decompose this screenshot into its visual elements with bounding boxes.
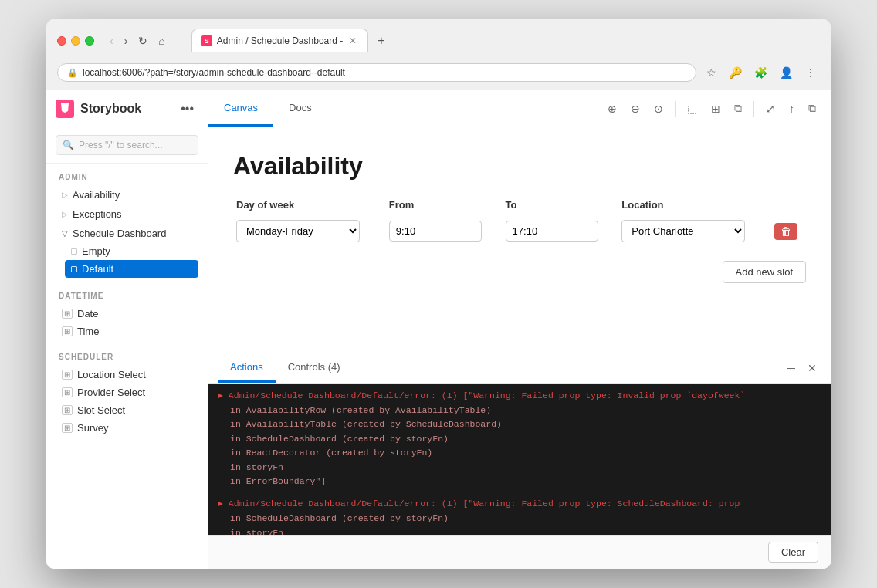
sidebar-item-availability[interactable]: ▷ Availability: [56, 186, 198, 204]
bottom-tabs: Actions Controls (4) ─ ✕: [208, 353, 831, 384]
grid-icon-survey: ⊞: [62, 423, 73, 433]
admin-section-label: ADMIN: [56, 170, 198, 186]
search-placeholder: Press "/" to search...: [79, 140, 163, 150]
copy-link-button[interactable]: ⧉: [803, 98, 821, 119]
browser-actions: ☆ 🔑 🧩 👤 ⋮: [703, 64, 820, 81]
sidebar-section-scheduler: SCHEDULER ⊞ Location Select ⊞ Provider S…: [46, 343, 208, 440]
expand-button[interactable]: ⤢: [760, 99, 780, 119]
maximize-traffic-light[interactable]: [85, 36, 94, 46]
sidebar-search: 🔍 Press "/" to search...: [46, 127, 208, 164]
from-time-input[interactable]: [389, 221, 482, 242]
default-label: Default: [82, 263, 113, 275]
grid-button[interactable]: ⊞: [706, 99, 726, 119]
chevron-down-icon: ▽: [62, 229, 68, 238]
page-title: Availability: [233, 152, 806, 181]
availability-row: Monday-Friday Monday Tuesday Wednesday T…: [233, 217, 806, 245]
sidebar-item-location-select[interactable]: ⊞ Location Select: [56, 366, 198, 384]
delete-slot-button[interactable]: 🗑: [774, 223, 797, 240]
profile-button[interactable]: 👤: [776, 64, 797, 81]
sidebar-item-empty[interactable]: Empty: [65, 242, 198, 260]
grid-icon-location: ⊞: [62, 370, 73, 380]
sidebar-group-exceptions: ▷ Exceptions: [56, 205, 198, 223]
error-2-line-2: in storyFn: [230, 526, 821, 535]
sidebar-item-date[interactable]: ⊞ Date: [56, 305, 198, 323]
browser-tab-active[interactable]: S Admin / Schedule Dashboard - ✕: [191, 29, 368, 52]
sidebar-item-exceptions[interactable]: ▷ Exceptions: [56, 205, 198, 223]
browser-window: ‹ › ↻ ⌂ S Admin / Schedule Dashboard - ✕…: [46, 19, 831, 569]
error-1-line-4: in ReactDecorator (created by storyFn): [230, 446, 821, 460]
home-button[interactable]: ⌂: [155, 33, 168, 49]
browser-titlebar: ‹ › ↻ ⌂ S Admin / Schedule Dashboard - ✕…: [46, 19, 831, 59]
add-slot-button[interactable]: Add new slot: [723, 261, 806, 283]
tab-controls[interactable]: Controls (4): [276, 353, 353, 383]
bitwarden-button[interactable]: 🔑: [725, 64, 746, 81]
back-button[interactable]: ‹: [107, 33, 117, 49]
grid-icon-slot: ⊞: [62, 405, 73, 415]
new-tab-button[interactable]: +: [370, 29, 392, 52]
grid-icon-provider: ⊞: [62, 387, 73, 397]
canvas-toolbar: Canvas Docs ⊕ ⊖ ⊙ ⬚ ⊞ ⧉ ⤢ ↑ ⧉: [208, 90, 831, 127]
chevron-right-icon: ▷: [62, 191, 68, 199]
zoom-reset-button[interactable]: ⊙: [648, 99, 669, 119]
lock-icon: 🔒: [67, 68, 78, 78]
forward-button[interactable]: ›: [121, 33, 131, 49]
sidebar: ADMIN ▷ Availability ▷ Exceptions: [46, 164, 208, 440]
sidebar-item-provider-select[interactable]: ⊞ Provider Select: [56, 384, 198, 401]
add-slot-container: Add new slot: [233, 261, 806, 283]
sidebar-item-schedule-dashboard[interactable]: ▽ Schedule Dashboard: [56, 225, 198, 242]
sidebar-children-schedule-dashboard: Empty Default: [65, 242, 198, 278]
console-error-2: ▶ Admin/Schedule Dashboard/Default/error…: [218, 498, 821, 535]
search-input-wrapper[interactable]: 🔍 Press "/" to search...: [56, 135, 198, 155]
scheduler-section-label: SCHEDULER: [56, 350, 198, 366]
storybook-logo: Storybook: [56, 100, 141, 118]
panel-controls: ─ ✕: [783, 359, 821, 377]
zoom-out-button[interactable]: ⊖: [625, 99, 645, 119]
close-traffic-light[interactable]: [57, 36, 66, 46]
day-of-week-select[interactable]: Monday-Friday Monday Tuesday Wednesday T…: [236, 220, 360, 242]
sidebar-group-availability: ▷ Availability: [56, 186, 198, 204]
address-bar-row: 🔒 localhost:6006/?path=/story/admin-sche…: [46, 59, 831, 90]
sidebar-right-button[interactable]: ⧉: [729, 98, 747, 119]
panel-close-button[interactable]: ✕: [803, 359, 821, 377]
tab-docs[interactable]: Docs: [273, 90, 327, 127]
error-1-line-3: in ScheduleDashboard (created by storyFn…: [230, 432, 821, 446]
tool-divider-1: [675, 101, 676, 117]
error-2-header: ▶ Admin/Schedule Dashboard/Default/error…: [218, 498, 821, 509]
browser-chrome: ‹ › ↻ ⌂ S Admin / Schedule Dashboard - ✕…: [46, 19, 831, 90]
zoom-in-button[interactable]: ⊕: [602, 99, 622, 119]
reload-button[interactable]: ↻: [135, 33, 151, 49]
minimize-traffic-light[interactable]: [71, 36, 80, 46]
tab-actions[interactable]: Actions: [218, 353, 276, 383]
canvas-tabs: Canvas Docs: [208, 90, 327, 127]
error-1-line-2: in AvailabilityTable (created by Schedul…: [230, 417, 821, 431]
grid-icon-time: ⊞: [62, 326, 73, 336]
clear-button[interactable]: Clear: [768, 542, 818, 563]
storybook-header: Storybook •••: [46, 90, 208, 127]
bookmark-button[interactable]: ☆: [703, 64, 720, 81]
empty-label: Empty: [82, 245, 110, 257]
tab-close-button[interactable]: ✕: [347, 35, 358, 46]
sidebar-item-slot-select[interactable]: ⊞ Slot Select: [56, 401, 198, 419]
canvas-tools: ⊕ ⊖ ⊙ ⬚ ⊞ ⧉ ⤢ ↑ ⧉: [593, 98, 831, 119]
canvas-area: Availability Day of week From To Locatio…: [208, 127, 831, 353]
menu-button[interactable]: ⋮: [801, 64, 820, 81]
sidebar-item-time[interactable]: ⊞ Time: [56, 323, 198, 340]
share-button[interactable]: ↑: [784, 99, 800, 119]
sidebar-item-default[interactable]: Default: [65, 260, 198, 278]
address-bar[interactable]: 🔒 localhost:6006/?path=/story/admin-sche…: [57, 63, 696, 82]
error-1-line-6: in ErrorBoundary"]: [230, 475, 821, 488]
error-1-header: ▶ Admin/Schedule Dashboard/Default/error…: [218, 390, 821, 400]
frame-button[interactable]: ⬚: [682, 99, 703, 119]
location-select-dropdown[interactable]: Port Charlotte Other Location: [621, 220, 745, 242]
extensions-button[interactable]: 🧩: [750, 64, 771, 81]
storybook-logo-icon: [56, 100, 74, 118]
tab-canvas[interactable]: Canvas: [208, 90, 273, 127]
tab-favicon: S: [201, 35, 212, 46]
availability-label: Availability: [73, 189, 120, 201]
sidebar-item-survey[interactable]: ⊞ Survey: [56, 419, 198, 437]
to-time-input[interactable]: [506, 221, 598, 242]
col-header-day: Day of week: [233, 199, 386, 217]
availability-table: Day of week From To Location: [233, 199, 806, 245]
storybook-menu-button[interactable]: •••: [176, 99, 198, 119]
panel-minimize-button[interactable]: ─: [783, 359, 800, 377]
